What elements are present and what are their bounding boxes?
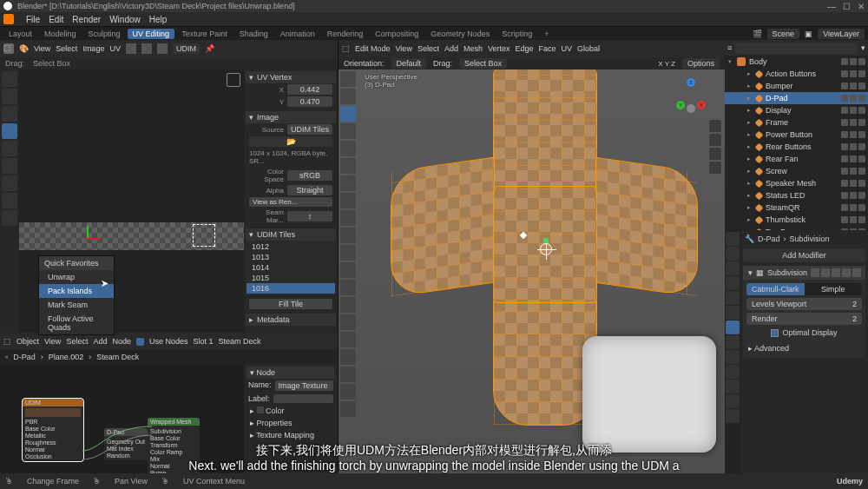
tab-constraints[interactable] xyxy=(726,365,740,379)
tab-output[interactable] xyxy=(726,247,740,261)
bc-obj[interactable]: D-Pad xyxy=(13,353,36,361)
tool-cursor[interactable] xyxy=(2,71,17,87)
sel-vert-icon[interactable] xyxy=(126,43,136,54)
uv-menu-view[interactable]: View xyxy=(34,44,50,53)
drag-mode[interactable]: Select Box xyxy=(33,59,70,68)
tab-modifiers[interactable] xyxy=(726,320,740,334)
tool-rip[interactable] xyxy=(2,193,17,208)
v3d-tool-measure[interactable] xyxy=(340,193,356,208)
persp-icon[interactable] xyxy=(709,162,721,174)
tool-select[interactable] xyxy=(2,89,17,104)
pin-icon[interactable]: 📌 xyxy=(205,44,214,53)
tab-world[interactable] xyxy=(726,291,740,305)
tab-object[interactable] xyxy=(726,306,740,320)
v3d-vertex[interactable]: Vertex xyxy=(488,44,510,53)
editor-type-icon-3[interactable]: ⬚ xyxy=(342,44,350,53)
ws-animation[interactable]: Animation xyxy=(275,29,320,39)
tab-physics[interactable] xyxy=(726,350,740,364)
mod-close-icon[interactable] xyxy=(852,268,861,277)
orient-value[interactable]: Default xyxy=(391,58,427,69)
uv-menu-uv[interactable]: UV xyxy=(109,44,121,53)
v3d-tool-cursor[interactable] xyxy=(340,89,356,104)
v3d-tool-move[interactable] xyxy=(340,106,356,122)
tool-transform[interactable] xyxy=(2,175,17,191)
editor-type-icon[interactable]: ⬚ xyxy=(3,43,14,54)
pan-icon[interactable] xyxy=(709,134,721,146)
menu-render[interactable]: Render xyxy=(72,15,101,24)
view-as-render[interactable]: View as Ren... xyxy=(249,197,332,207)
out-rearfan[interactable]: Rear Fan xyxy=(766,155,838,163)
image-dropdown[interactable]: UDIM xyxy=(173,43,200,54)
drag-value[interactable]: Select Box xyxy=(459,58,507,69)
color-panel[interactable]: Color xyxy=(266,406,285,415)
v3d-edge[interactable]: Edge xyxy=(515,44,533,53)
tool-scale[interactable] xyxy=(2,158,17,174)
v3d-tool-transform[interactable] xyxy=(340,158,356,174)
material-select[interactable]: Steam Deck xyxy=(218,337,260,346)
qf-follow-quads[interactable]: Follow Active Quads xyxy=(39,312,114,334)
tab-mesh[interactable] xyxy=(726,380,740,393)
bc-mat[interactable]: Steam Deck xyxy=(96,353,139,361)
uv-x-field[interactable]: 0.442 xyxy=(287,84,332,95)
ne-view[interactable]: View xyxy=(44,337,61,346)
v3d-add[interactable]: Add xyxy=(444,44,458,53)
metadata-title[interactable]: Metadata xyxy=(257,315,290,324)
bc-mesh[interactable]: Plane.002 xyxy=(49,353,84,361)
alpha-field[interactable]: Straight xyxy=(287,185,332,195)
tile-1012[interactable]: 1012 xyxy=(247,241,335,252)
v3d-tool-inset[interactable] xyxy=(340,228,356,243)
slot-select[interactable]: Slot 1 xyxy=(193,337,213,346)
menu-window[interactable]: Window xyxy=(109,15,141,24)
v3d-tool-shear[interactable] xyxy=(340,384,356,400)
tab-render[interactable] xyxy=(726,232,740,246)
uv-viewport[interactable]: Quick Favorites Unwrap Pack Islands Mark… xyxy=(19,69,244,333)
overlay-icon[interactable] xyxy=(227,73,240,87)
out-thumbstick[interactable]: Thumbstick xyxy=(766,215,838,224)
v3d-tool-rip[interactable] xyxy=(340,401,356,417)
tool-annotate[interactable] xyxy=(2,106,17,122)
texmap-panel[interactable]: Texture Mapping xyxy=(256,431,314,439)
v3d-viewport[interactable]: User Perspective (3) D-Pad X Y Z xyxy=(339,69,725,473)
tab-material[interactable] xyxy=(726,394,740,408)
uv-menu-image[interactable]: Image xyxy=(82,44,104,53)
v3d-tool-spin[interactable] xyxy=(340,314,356,330)
use-nodes-check[interactable] xyxy=(136,338,144,346)
v3d-tool-extrude[interactable] xyxy=(340,210,356,226)
tab-texture[interactable] xyxy=(726,409,740,423)
ws-texturepaint[interactable]: Texture Paint xyxy=(176,29,233,39)
ne-select[interactable]: Select xyxy=(66,337,88,346)
tab-viewlayer[interactable] xyxy=(726,261,740,275)
optimal-check[interactable] xyxy=(771,329,779,337)
menu-file[interactable]: File xyxy=(26,15,40,24)
filter-icon[interactable]: ▾ xyxy=(861,43,865,52)
menu-edit[interactable]: Edit xyxy=(49,15,63,24)
colorspace-field[interactable]: sRGB xyxy=(287,170,332,181)
props-bc-mod[interactable]: Subdivision xyxy=(790,235,830,243)
mod-dropdown-icon[interactable] xyxy=(842,268,851,277)
out-statusled[interactable]: Status LED xyxy=(766,191,838,200)
advanced-toggle[interactable]: Advanced xyxy=(754,344,789,353)
v3d-tool-shrink[interactable] xyxy=(340,367,356,382)
ws-layout[interactable]: Layout xyxy=(3,29,37,39)
node-name-field[interactable]: Image Texture xyxy=(275,380,333,391)
minimize-icon[interactable]: — xyxy=(827,2,836,11)
v3d-tool-smooth[interactable] xyxy=(340,332,356,347)
v3d-view[interactable]: View xyxy=(396,44,412,53)
ws-geonodes[interactable]: Geometry Nodes xyxy=(425,29,495,39)
options-button[interactable]: Options xyxy=(682,58,720,69)
tile-1013[interactable]: 1013 xyxy=(247,252,335,262)
v3d-select[interactable]: Select xyxy=(418,44,439,53)
v3d-tool-poly[interactable] xyxy=(340,297,356,313)
folder-open-button[interactable]: 📂 xyxy=(249,136,332,147)
out-bumper[interactable]: Bumper xyxy=(766,82,838,90)
uv-y-field[interactable]: 0.470 xyxy=(287,96,332,107)
out-dpad[interactable]: D-Pad xyxy=(766,94,838,102)
out-power[interactable]: Power Button xyxy=(766,130,838,139)
tile-1016[interactable]: 1016 xyxy=(247,283,335,294)
v3d-tool-slide[interactable] xyxy=(340,349,356,365)
ws-rendering[interactable]: Rendering xyxy=(322,29,369,39)
node-canvas[interactable]: UDIM PBR Base Color Metallic Roughness N… xyxy=(0,364,244,473)
camera-icon[interactable] xyxy=(709,148,721,160)
v3d-tool-scale[interactable] xyxy=(340,141,356,156)
node-label-field[interactable] xyxy=(273,394,333,403)
